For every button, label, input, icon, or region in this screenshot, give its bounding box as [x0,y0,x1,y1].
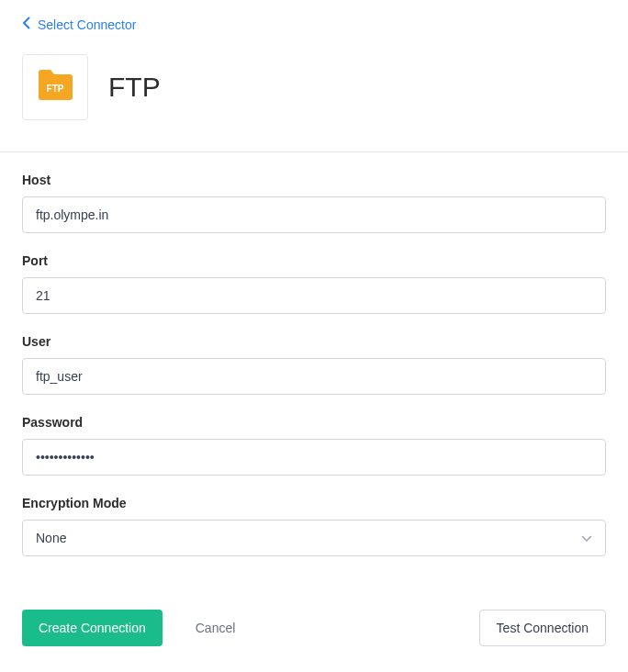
test-connection-button[interactable]: Test Connection [479,610,606,646]
page-title: FTP [108,72,161,103]
host-field-group: Host [22,173,606,233]
ftp-folder-icon: FTP [37,69,73,106]
user-input[interactable] [22,358,606,395]
connection-form: Host Port User Password Encryption Mode … [0,152,628,556]
user-field-group: User [22,334,606,395]
password-input[interactable] [22,439,606,476]
svg-text:FTP: FTP [47,84,64,94]
connector-header: FTP FTP [0,43,628,151]
host-label: Host [22,173,606,187]
back-label: Select Connector [38,17,136,32]
encryption-selected-value: None [36,531,66,545]
cancel-button[interactable]: Cancel [179,610,252,646]
user-label: User [22,334,606,349]
button-row: Create Connection Cancel Test Connection [0,577,628,668]
encryption-select[interactable]: None [22,520,606,556]
create-connection-button[interactable]: Create Connection [22,610,163,646]
chevron-down-icon [581,531,592,545]
password-field-group: Password [22,415,606,476]
host-input[interactable] [22,196,606,233]
chevron-left-icon [22,17,38,32]
encryption-field-group: Encryption Mode None [22,496,606,556]
port-input[interactable] [22,277,606,314]
port-field-group: Port [22,253,606,314]
port-label: Port [22,253,606,268]
back-to-connectors[interactable]: Select Connector [0,0,628,43]
connector-icon-box: FTP [22,54,88,120]
password-label: Password [22,415,606,430]
encryption-label: Encryption Mode [22,496,606,510]
